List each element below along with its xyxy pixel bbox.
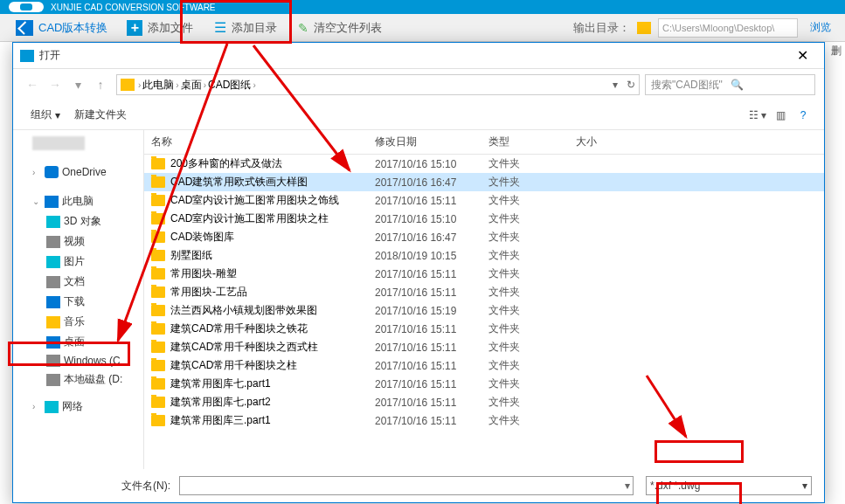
convert-icon (16, 20, 33, 36)
list-icon: ☰ (214, 19, 226, 36)
sidebar-item-documents[interactable]: 文档 (13, 272, 143, 292)
list-header: 名称 修改日期 类型 大小 (144, 130, 824, 155)
folder-icon (151, 305, 165, 316)
file-row[interactable]: 常用图块-工艺品 2017/10/16 15:11 文件夹 (144, 283, 824, 301)
filename-input[interactable] (179, 476, 634, 495)
sidebar-item-3dobjects[interactable]: 3D 对象 (13, 211, 143, 231)
add-directory-button[interactable]: ☰ 添加目录 (205, 16, 286, 39)
dialog-title: 打开 (39, 48, 60, 63)
breadcrumb-folder[interactable]: CAD图纸 (208, 78, 251, 93)
sidebar-item-thispc[interactable]: ⌄此电脑 (13, 191, 143, 211)
preview-pane-button[interactable]: ▥ (770, 106, 791, 125)
search-input[interactable]: 搜索"CAD图纸" 🔍 (645, 74, 815, 95)
address-bar[interactable]: › 此电脑 › 桌面 › CAD图纸 › ▾ ↻ (116, 74, 640, 95)
folder-icon (151, 378, 165, 390)
file-row[interactable]: CAD室内设计施工图常用图块之柱 2017/10/16 15:10 文件夹 (144, 210, 824, 228)
delete-column-hint: 删 (831, 44, 842, 59)
folder-icon (151, 158, 165, 169)
help-button[interactable]: ? (793, 106, 814, 125)
sidebar-item-onedrive[interactable]: ›OneDrive (13, 163, 143, 181)
nav-back-button[interactable]: ← (22, 74, 43, 95)
output-path-input[interactable] (658, 18, 798, 38)
folder-icon (151, 231, 165, 243)
nav-dropdown-button[interactable]: ▾ (67, 74, 88, 95)
dialog-titlebar: 打开 ✕ (13, 43, 824, 69)
folder-icon (151, 360, 165, 371)
file-row[interactable]: 常用图块-雕塑 2017/10/16 15:11 文件夹 (144, 265, 824, 283)
filename-dropdown-icon[interactable]: ▾ (625, 480, 637, 492)
sidebar-item-network[interactable]: ›网络 (13, 397, 143, 417)
folder-icon (151, 213, 165, 224)
folder-icon (151, 323, 165, 335)
app-toolbar: CAD版本转换 + 添加文件 ☰ 添加目录 ✎ 清空文件列表 输出目录： 浏览 (0, 14, 845, 42)
folder-icon (151, 195, 165, 206)
file-row[interactable]: 法兰西风格小镇规划图带效果图 2017/10/16 15:19 文件夹 (144, 301, 824, 320)
sidebar-item-desktop[interactable]: 桌面 (13, 332, 143, 352)
file-row[interactable]: 别墅图纸 2018/10/19 10:15 文件夹 (144, 246, 824, 265)
breadcrumb-thispc[interactable]: 此电脑 (142, 78, 174, 93)
sidebar-item-blur (13, 134, 143, 153)
folder-icon (151, 415, 165, 426)
column-date[interactable]: 修改日期 (375, 135, 488, 149)
folder-icon (121, 79, 135, 91)
sidebar-item-music[interactable]: 音乐 (13, 312, 143, 332)
file-row[interactable]: 200多种窗的样式及做法 2017/10/16 15:10 文件夹 (144, 155, 824, 173)
output-dir-label: 输出目录： (573, 20, 630, 36)
app-titlebar: XUNJIE CAD CONVERSION SOFTWARE (0, 0, 845, 14)
file-row[interactable]: 建筑常用图库七.part1 2017/10/16 15:11 文件夹 (144, 375, 824, 393)
cad-convert-button[interactable]: CAD版本转换 (9, 17, 114, 39)
address-dropdown-icon[interactable]: ▾ ↻ (613, 79, 635, 91)
folder-icon (637, 22, 651, 34)
sidebar-item-drive-c[interactable]: Windows (C (13, 352, 143, 369)
sidebar-item-downloads[interactable]: 下载 (13, 292, 143, 312)
file-row[interactable]: 建筑常用图库三.part1 2017/10/16 15:11 文件夹 (144, 411, 824, 430)
sidebar-item-drive-d[interactable]: 本地磁盘 (D: (13, 369, 143, 390)
file-row[interactable]: 建筑CAD常用千种图块之铁花 2017/10/16 15:11 文件夹 (144, 320, 824, 338)
sidebar-item-videos[interactable]: 视频 (13, 231, 143, 252)
dialog-icon (20, 50, 34, 62)
filename-label: 文件名(N): (121, 479, 170, 494)
folder-icon (151, 397, 165, 408)
nav-sidebar: ›OneDrive ⌄此电脑 3D 对象 视频 图片 文档 下载 音乐 桌面 W… (13, 130, 144, 469)
file-row[interactable]: CAD建筑常用欧式铁画大样图 2017/10/16 16:47 文件夹 (144, 173, 824, 191)
app-title: XUNJIE CAD CONVERSION SOFTWARE (51, 3, 216, 12)
folder-icon (151, 176, 165, 188)
sidebar-item-pictures[interactable]: 图片 (13, 252, 143, 272)
folder-icon (151, 342, 165, 353)
folder-icon (151, 268, 165, 280)
file-row[interactable]: CAD装饰图库 2017/10/16 16:47 文件夹 (144, 228, 824, 246)
add-file-button[interactable]: + 添加文件 (118, 17, 202, 39)
file-list: 名称 修改日期 类型 大小 200多种窗的样式及做法 2017/10/16 15… (144, 130, 824, 469)
folder-icon (151, 250, 165, 261)
view-mode-button[interactable]: ☷ ▾ (747, 106, 768, 125)
column-name[interactable]: 名称 (151, 135, 375, 149)
plus-icon: + (127, 20, 142, 36)
app-logo-icon (9, 2, 44, 12)
breadcrumb-desktop[interactable]: 桌面 (181, 78, 202, 93)
open-file-dialog: 打开 ✕ ← → ▾ ↑ › 此电脑 › 桌面 › CAD图纸 › ▾ ↻ 搜索… (12, 42, 825, 503)
new-folder-button[interactable]: 新建文件夹 (67, 104, 134, 126)
nav-up-button[interactable]: ↑ (90, 74, 111, 95)
breadcrumb: › 此电脑 › 桌面 › CAD图纸 › (138, 78, 256, 93)
column-size[interactable]: 大小 (576, 135, 646, 149)
file-row[interactable]: 建筑CAD常用千种图块之西式柱 2017/10/16 15:11 文件夹 (144, 338, 824, 356)
folder-icon (151, 287, 165, 298)
clear-list-button[interactable]: ✎ 清空文件列表 (289, 17, 391, 39)
browse-button[interactable]: 浏览 (805, 18, 836, 37)
close-button[interactable]: ✕ (788, 47, 817, 64)
nav-forward-button[interactable]: → (45, 74, 66, 95)
file-row[interactable]: CAD室内设计施工图常用图块之饰线 2017/10/16 15:11 文件夹 (144, 191, 824, 210)
file-row[interactable]: 建筑CAD常用千种图块之柱 2017/10/16 15:11 文件夹 (144, 356, 824, 375)
column-type[interactable]: 类型 (488, 135, 576, 149)
organize-button[interactable]: 组织▾ (24, 104, 67, 126)
search-icon: 🔍 (731, 79, 810, 91)
filetype-select[interactable]: *.dxf *.dwg▾ (646, 476, 812, 495)
file-row[interactable]: 建筑常用图库七.part2 2017/10/16 15:11 文件夹 (144, 393, 824, 411)
clear-icon: ✎ (298, 21, 308, 35)
